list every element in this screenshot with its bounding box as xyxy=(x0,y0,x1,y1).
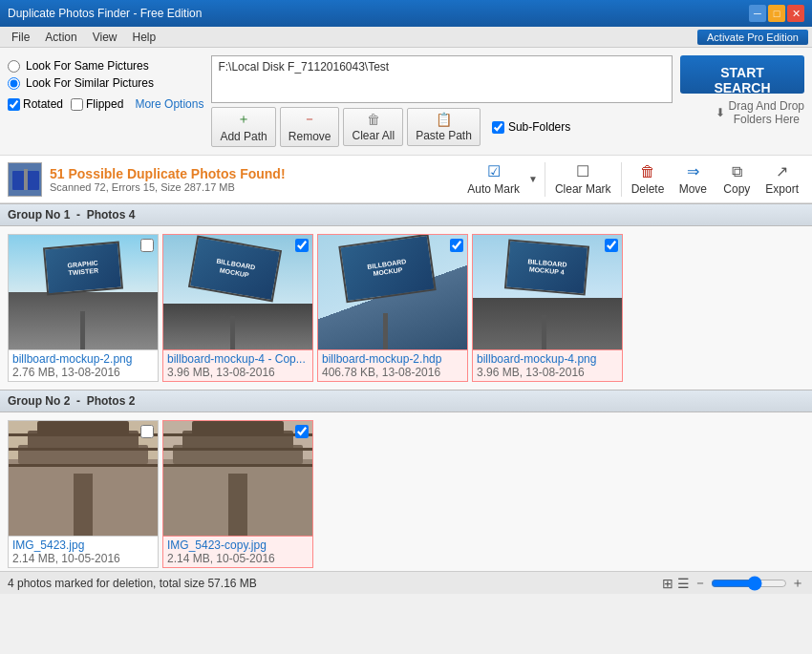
add-path-label: Add Path xyxy=(220,130,267,143)
path-input[interactable]: F:\Local Disk F_7112016043\Test xyxy=(211,55,673,103)
export-button[interactable]: ↗ Export xyxy=(759,159,804,199)
zoom-in-icon[interactable]: ＋ xyxy=(791,575,804,592)
menu-help[interactable]: Help xyxy=(125,29,164,46)
start-search-button[interactable]: START SEARCH xyxy=(680,55,804,94)
photo-meta: 3.96 MB, 13-08-2016 xyxy=(477,366,618,379)
photo-checkbox[interactable] xyxy=(295,425,309,438)
svg-rect-10 xyxy=(9,448,158,451)
same-pictures-label: Look For Same Pictures xyxy=(26,59,149,73)
temple-svg xyxy=(9,421,158,536)
move-icon: ⇒ xyxy=(687,162,699,180)
menu-view[interactable]: View xyxy=(85,29,125,46)
photo-item[interactable]: IMG_5423.jpg 2.14 MB, 10-05-2016 xyxy=(8,420,159,568)
menu-action[interactable]: Action xyxy=(37,29,84,46)
paste-path-button[interactable]: 📋 Paste Path xyxy=(407,108,481,146)
scroll-area[interactable]: Group No 1 - Photos 4 GRAPHICTWISTER bil… xyxy=(0,203,812,571)
zoom-slider[interactable] xyxy=(711,576,787,591)
list-view-icon[interactable]: ☰ xyxy=(677,576,690,591)
photo-thumb-container-selected xyxy=(162,420,313,537)
rotated-option[interactable]: Rotated xyxy=(8,97,63,111)
group-2-photos: IMG_5423.jpg 2.14 MB, 10-05-2016 xyxy=(0,412,812,571)
photo-thumbnail: BILLBOARDMOCKUP 4 xyxy=(473,235,622,349)
auto-mark-dropdown-button[interactable]: ▼ xyxy=(525,159,541,199)
remove-path-label: Remove xyxy=(288,130,331,143)
action-toolbar: ☑ Auto Mark ▼ ☐ Clear Mark 🗑 Delete ⇒ Mo… xyxy=(461,159,804,199)
photo-checkbox[interactable] xyxy=(450,239,463,252)
photo-name: billboard-mockup-2.png xyxy=(12,352,154,366)
add-path-button[interactable]: ＋ Add Path xyxy=(211,107,275,147)
auto-mark-button[interactable]: ☑ Auto Mark xyxy=(461,159,525,199)
remove-path-button[interactable]: － Remove xyxy=(280,107,340,147)
drag-drop-hint: ⬇ Drag And DropFolders Here xyxy=(716,99,804,126)
status-text: 4 photos marked for deletion, total size… xyxy=(8,577,257,590)
photo-item[interactable]: BILLBOARDMOCKUP billboard-mockup-2.hdp 4… xyxy=(317,234,468,382)
results-title: 51 Possible Duplicate Photos Found! xyxy=(50,166,286,181)
same-pictures-option[interactable]: Look For Same Pictures xyxy=(8,59,203,73)
path-section: F:\Local Disk F_7112016043\Test ＋ Add Pa… xyxy=(211,55,673,147)
photo-meta: 2.14 MB, 10-05-2016 xyxy=(12,552,154,565)
copy-button[interactable]: ⧉ Copy xyxy=(716,160,758,199)
flipped-checkbox[interactable] xyxy=(71,98,83,111)
photo-thumbnail xyxy=(163,421,312,536)
flipped-option[interactable]: Flipped xyxy=(71,97,123,111)
delete-button[interactable]: 🗑 Delete xyxy=(626,160,671,199)
photo-item[interactable]: GRAPHICTWISTER billboard-mockup-2.png 2.… xyxy=(8,234,159,382)
subfolders-checkbox[interactable] xyxy=(492,121,504,134)
activate-pro-button[interactable]: Activate Pro Edition xyxy=(697,30,808,45)
photo-meta: 406.78 KB, 13-08-2016 xyxy=(322,366,463,379)
photo-info: IMG_5423.jpg 2.14 MB, 10-05-2016 xyxy=(8,537,159,568)
photo-item[interactable]: IMG_5423-copy.jpg 2.14 MB, 10-05-2016 xyxy=(162,420,313,568)
photo-item[interactable]: BILLBOARDMOCKUP billboard-mockup-4 - Cop… xyxy=(162,234,313,382)
group-2-header: Group No 2 - Photos 2 xyxy=(0,390,812,412)
move-button[interactable]: ⇒ Move xyxy=(672,159,714,199)
group-1-label: Group No 1 xyxy=(8,208,70,222)
minimize-button[interactable]: ─ xyxy=(749,5,766,22)
results-info: 51 Possible Duplicate Photos Found! Scan… xyxy=(8,162,286,197)
close-button[interactable]: ✕ xyxy=(787,5,804,22)
zoom-out-icon[interactable]: － xyxy=(694,575,707,592)
board-pole xyxy=(542,315,546,349)
results-header: 51 Possible Duplicate Photos Found! Scan… xyxy=(0,156,812,203)
billboard-board: BILLBOARDMOCKUP 4 xyxy=(504,239,589,295)
photo-thumb-container-selected: BILLBOARDMOCKUP xyxy=(162,234,313,350)
path-toolbar: ＋ Add Path － Remove 🗑 Clear All 📋 Paste … xyxy=(211,107,673,147)
similar-pictures-option[interactable]: Look For Similar Pictures xyxy=(8,76,203,90)
copy-icon: ⧉ xyxy=(732,163,742,180)
similar-pictures-label: Look For Similar Pictures xyxy=(26,76,154,90)
billboard-board: BILLBOARDMOCKUP xyxy=(188,236,282,303)
grid-view-icon[interactable]: ⊞ xyxy=(662,576,673,591)
rotated-checkbox[interactable] xyxy=(8,98,20,111)
svg-rect-17 xyxy=(228,474,247,536)
photo-item[interactable]: BILLBOARDMOCKUP 4 billboard-mockup-4.png… xyxy=(472,234,623,382)
group-1-photos: GRAPHICTWISTER billboard-mockup-2.png 2.… xyxy=(0,226,812,390)
more-options-link[interactable]: More Options xyxy=(135,97,203,111)
group-2-label: Group No 2 xyxy=(8,394,70,408)
photo-checkbox[interactable] xyxy=(295,239,309,252)
photo-thumb-container xyxy=(8,420,159,537)
svg-rect-8 xyxy=(74,474,93,536)
clear-mark-button[interactable]: ☐ Clear Mark xyxy=(549,159,617,199)
svg-rect-20 xyxy=(163,433,312,436)
group-1-photos-count: Photos 4 xyxy=(87,208,136,222)
menu-file[interactable]: File xyxy=(4,29,37,46)
add-icon: ＋ xyxy=(237,111,250,128)
svg-rect-19 xyxy=(163,448,312,451)
view-icons: ⊞ ☰ xyxy=(662,576,690,591)
export-icon: ↗ xyxy=(776,162,788,180)
photo-checkbox[interactable] xyxy=(140,425,154,438)
similar-pictures-radio[interactable] xyxy=(8,77,20,90)
clear-all-button[interactable]: 🗑 Clear All xyxy=(343,108,403,146)
title-bar: Duplicate Photos Finder - Free Edition ─… xyxy=(0,0,812,27)
photo-checkbox[interactable] xyxy=(605,239,618,252)
photo-thumb-container-selected: BILLBOARDMOCKUP 4 xyxy=(472,234,623,350)
rotated-label: Rotated xyxy=(23,97,63,111)
photo-checkbox[interactable] xyxy=(140,239,154,252)
subfolders-option[interactable]: Sub-Folders xyxy=(492,120,570,134)
group-1-header: Group No 1 - Photos 4 xyxy=(0,203,812,226)
maximize-button[interactable]: □ xyxy=(768,5,785,22)
board-pole xyxy=(230,316,235,349)
photo-meta: 3.96 MB, 13-08-2016 xyxy=(167,366,309,379)
photo-meta: 2.76 MB, 13-08-2016 xyxy=(12,366,154,379)
temple-svg-2 xyxy=(163,421,312,536)
same-pictures-radio[interactable] xyxy=(8,60,20,73)
